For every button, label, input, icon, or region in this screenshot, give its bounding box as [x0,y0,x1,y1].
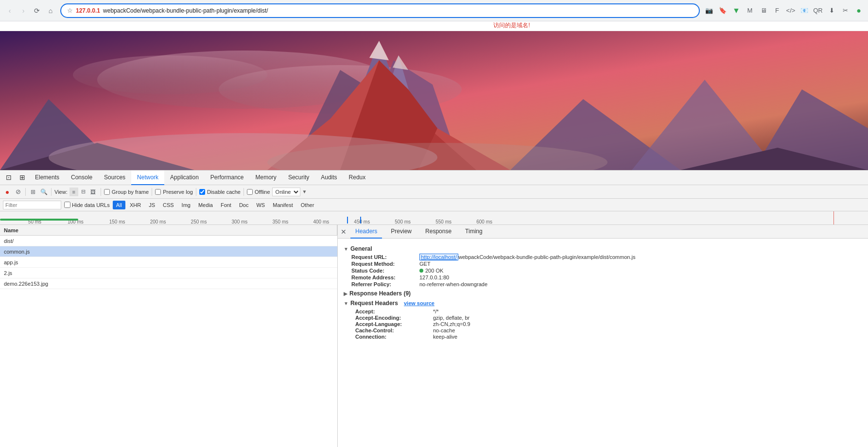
view-large-button[interactable]: ⊟ [79,188,88,196]
extension8-icon[interactable]: ⬇ [826,5,837,16]
timeline-mark-600: 600 ms [476,219,492,224]
tab-memory[interactable]: Memory [250,171,282,185]
back-button[interactable]: ‹ [4,5,16,17]
tab-security[interactable]: Security [282,171,315,185]
tab-response[interactable]: Response [420,225,456,239]
extension3-icon[interactable]: 🖥 [758,5,769,16]
devtools-tabs-bar: ⊡ ⊞ Elements Console Sources Network App… [0,171,868,185]
timeline-mark-200: 200 ms [150,219,166,224]
tab-headers[interactable]: Headers [350,225,382,239]
offline-checkbox[interactable] [247,189,253,195]
connection-label: Connection: [355,334,433,340]
filter-type-css[interactable]: CSS [159,201,177,209]
bookmark-icon[interactable]: 🔖 [717,5,728,16]
timeline-mark-500: 500 ms [395,219,411,224]
timeline-mark-350: 350 ms [272,219,288,224]
group-by-frame-checkbox[interactable] [104,189,110,195]
view-screenshot-button[interactable]: 🖼 [89,188,98,196]
extension10-icon[interactable]: ● [853,5,864,16]
extension9-icon[interactable]: ✂ [840,5,851,16]
search-button[interactable]: 🔍 [39,188,48,196]
referrer-policy-label: Referrer Policy: [351,281,419,287]
request-headers-title: Request Headers [350,300,398,307]
main-content: ⊡ ⊞ Elements Console Sources Network App… [0,31,868,447]
file-row-app-js[interactable]: app.js [0,257,337,268]
accept-value: */* [433,309,439,314]
file-row-demo-jpg[interactable]: demo.226e153.jpg [0,278,337,289]
view-list-button[interactable]: ≡ [69,188,78,196]
cache-control-value: no-cache [433,327,455,333]
filter-type-other[interactable]: Other [297,201,318,209]
request-url-link[interactable]: http://localhost/ [419,254,458,260]
filter-type-img[interactable]: Img [178,201,194,209]
hero-image [0,31,868,170]
file-list-body[interactable]: dist/ common.js app.js 2.js demo.226e153… [0,236,337,447]
tab-preview[interactable]: Preview [386,225,417,239]
file-row-2-js[interactable]: 2.js [0,268,337,278]
screenshot-icon[interactable]: 📷 [704,5,714,16]
filter-type-font[interactable]: Font [217,201,235,209]
accept-encoding-value: gzip, deflate, br [433,315,469,321]
forward-button[interactable]: › [17,5,29,17]
extension4-icon[interactable]: F [772,5,782,16]
extension5-icon[interactable]: </> [785,5,796,16]
record-button[interactable]: ● [3,188,12,196]
disable-cache-checkbox[interactable] [199,189,205,195]
browser-chrome: ‹ › ⟳ ⌂ ☆ 127.0.0.1 webpackCode/webpack-… [0,0,868,21]
filter-type-manifest[interactable]: Manifest [269,201,296,209]
group-by-frame-label[interactable]: Group by frame [112,189,149,195]
general-section-title: General [350,245,372,252]
throttle-select[interactable]: Online [272,188,300,196]
hide-data-urls-checkbox[interactable] [64,202,70,208]
home-button[interactable]: ⌂ [45,5,56,17]
extension1-icon[interactable]: ▼ [731,5,742,16]
filter-type-all[interactable]: All [113,201,125,209]
preserve-log-label[interactable]: Preserve log [163,189,193,195]
offline-label[interactable]: Offline [255,189,270,195]
filter-type-ws[interactable]: WS [253,201,268,209]
filter-input[interactable] [3,201,61,209]
devtools-dock-icon[interactable]: ⊞ [16,171,29,185]
extension7-icon[interactable]: QR [813,5,823,16]
filter-type-js[interactable]: JS [145,201,158,209]
filter-type-media[interactable]: Media [195,201,216,209]
request-headers-section-header[interactable]: ▼ Request Headers view source [344,300,862,307]
tab-elements[interactable]: Elements [29,171,65,185]
timeline-mark-400: 400 ms [313,219,329,224]
extension2-icon[interactable]: M [745,5,755,16]
tab-audits[interactable]: Audits [315,171,343,185]
tab-console[interactable]: Console [65,171,98,185]
devtools-toggle-icon[interactable]: ⊡ [2,171,16,185]
timeline-mark-550: 550 ms [435,219,451,224]
hide-data-urls-label[interactable]: Hide data URLs [72,202,110,208]
tab-network[interactable]: Network [131,171,164,185]
view-toggle: ≡ ⊟ 🖼 [69,188,98,196]
filter-type-xhr[interactable]: XHR [126,201,144,209]
star-icon: ☆ [67,7,73,14]
tab-timing[interactable]: Timing [460,225,487,239]
clear-button[interactable]: ⊘ [14,188,22,196]
tab-application[interactable]: Application [164,171,205,185]
tab-redux[interactable]: Redux [343,171,372,185]
file-row-dist[interactable]: dist/ [0,236,337,246]
general-section-header[interactable]: ▼ General [344,245,862,252]
timeline-ruler: 50 ms 100 ms 150 ms 200 ms 250 ms 300 ms… [0,211,868,225]
request-method-row: Request Method: GET [344,261,862,267]
tab-performance[interactable]: Performance [205,171,250,185]
view-source-link[interactable]: view source [404,300,434,306]
request-method-label: Request Method: [351,261,419,267]
accept-encoding-row: Accept-Encoding: gzip, deflate, br [344,315,862,321]
disable-cache-label[interactable]: Disable cache [207,189,241,195]
extension6-icon[interactable]: 📧 [799,5,810,16]
nav-buttons: ‹ › ⟳ ⌂ [4,5,56,17]
tab-sources[interactable]: Sources [98,171,131,185]
close-button[interactable]: ✕ [341,228,347,236]
reload-button[interactable]: ⟳ [31,5,43,17]
file-row-common-js[interactable]: common.js [0,246,337,257]
filter-type-buttons: All XHR JS CSS Img Media Font Doc WS Man… [113,201,318,209]
filter-button[interactable]: ⊞ [29,188,37,196]
preserve-log-checkbox[interactable] [155,189,161,195]
filter-type-doc[interactable]: Doc [236,201,252,209]
connection-value: keep-alive [433,334,457,340]
response-headers-section-header[interactable]: ▶ Response Headers (9) [344,290,862,297]
